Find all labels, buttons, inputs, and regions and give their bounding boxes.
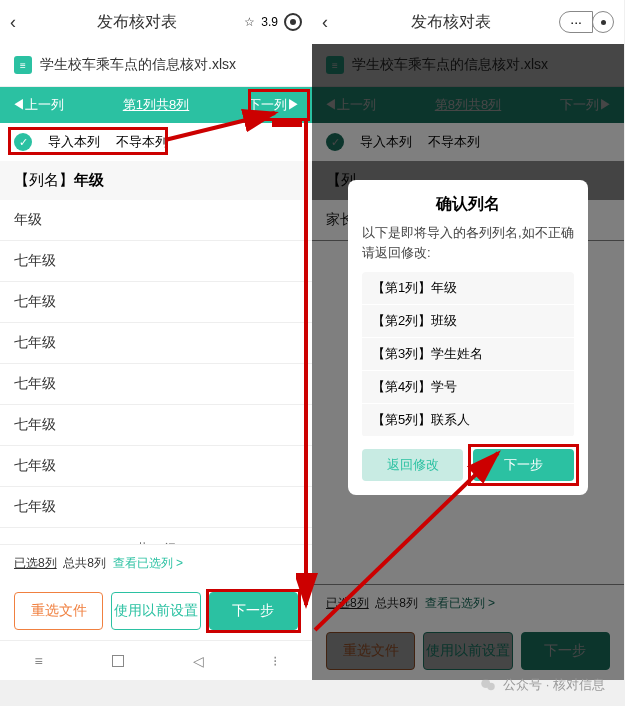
system-nav: ≡ ◁ ⁝ <box>0 640 312 680</box>
dialog-list-item: 【第2列】班级 <box>362 305 574 338</box>
prev-column-button[interactable]: ◀上一列 <box>312 87 388 123</box>
more-icon[interactable]: ⁝ <box>273 653 277 669</box>
file-name: 学生校车乘车点的信息核对.xlsx <box>40 56 236 74</box>
bottom-buttons: 重选文件 使用以前设置 下一步 <box>0 582 312 640</box>
import-yes-option[interactable]: 导入本列 <box>360 133 412 151</box>
list-item[interactable]: 七年级 <box>0 323 312 364</box>
column-indicator[interactable]: 第8列共8列 <box>388 96 548 114</box>
page-title: 发布核对表 <box>30 12 244 33</box>
check-icon: ✓ <box>326 133 344 151</box>
watermark: 公众号 · 核对信息 <box>479 676 605 694</box>
next-step-button[interactable]: 下一步 <box>521 632 610 670</box>
menu-icon[interactable]: ≡ <box>35 653 43 669</box>
prev-column-button[interactable]: ◀上一列 <box>0 87 76 123</box>
file-bar: ≡ 学生校车乘车点的信息核对.xlsx <box>0 44 312 87</box>
close-button[interactable] <box>592 11 614 33</box>
next-column-button[interactable]: 下一列▶ <box>236 87 312 123</box>
list-item[interactable]: 七年级 <box>0 446 312 487</box>
check-icon: ✓ <box>14 133 32 151</box>
import-no-option[interactable]: 不导本列 <box>428 133 480 151</box>
page-title: 发布核对表 <box>342 12 559 33</box>
dialog-ok-button[interactable]: 下一步 <box>473 449 574 481</box>
back-icon[interactable]: ‹ <box>322 12 342 33</box>
bottom-buttons: 重选文件 使用以前设置 下一步 <box>312 622 624 680</box>
column-nav: ◀上一列 第8列共8列 下一列▶ <box>312 87 624 123</box>
home-icon[interactable] <box>112 655 124 667</box>
column-name: 年级 <box>74 171 104 188</box>
back-icon[interactable]: ‹ <box>10 12 30 33</box>
view-selected-link[interactable]: 查看已选列 > <box>113 556 183 570</box>
dialog-title: 确认列名 <box>362 194 574 215</box>
file-name: 学生校车乘车点的信息核对.xlsx <box>352 56 548 74</box>
dialog-list-item: 【第3列】学生姓名 <box>362 338 574 371</box>
use-prev-settings-button[interactable]: 使用以前设置 <box>423 632 512 670</box>
column-nav: ◀上一列 第1列共8列 下一列▶ <box>0 87 312 123</box>
dialog-cancel-button[interactable]: 返回修改 <box>362 449 463 481</box>
list-item[interactable]: 七年级 <box>0 405 312 446</box>
list-item[interactable]: 七年级 <box>0 364 312 405</box>
column-indicator[interactable]: 第1列共8列 <box>76 96 236 114</box>
dialog-description: 以下是即将导入的各列列名,如不正确请返回修改: <box>362 223 574 262</box>
selection-info: 已选8列 总共8列 查看已选列 > <box>312 584 624 622</box>
import-options: ✓ 导入本列 不导本列 <box>312 123 624 161</box>
xlsx-icon: ≡ <box>14 56 32 74</box>
confirm-dialog: 确认列名 以下是即将导入的各列列名,如不正确请返回修改: 【第1列】年级 【第2… <box>348 180 588 495</box>
list-item[interactable]: 七年级 <box>0 241 312 282</box>
import-no-option[interactable]: 不导本列 <box>116 133 168 151</box>
rating-value: 3.9 <box>261 15 278 29</box>
next-column-button[interactable]: 下一列▶ <box>548 87 624 123</box>
total-rows: 共20行 <box>0 528 312 544</box>
list-item[interactable]: 七年级 <box>0 487 312 528</box>
import-yes-option[interactable]: 导入本列 <box>48 133 100 151</box>
list-item[interactable]: 年级 <box>0 200 312 241</box>
selection-info: 已选8列 总共8列 查看已选列 > <box>0 544 312 582</box>
column-title-row[interactable]: 【列名】年级 <box>0 161 312 200</box>
file-bar: ≡ 学生校车乘车点的信息核对.xlsx <box>312 44 624 87</box>
phone-right-screen: ‹ 发布核对表 ··· ≡ 学生校车乘车点的信息核对.xlsx ◀上一列 第8列… <box>312 0 624 680</box>
phone-left-screen: ‹ 发布核对表 ☆ 3.9 ≡ 学生校车乘车点的信息核对.xlsx ◀上一列 第… <box>0 0 312 680</box>
dialog-list-item: 【第4列】学号 <box>362 371 574 404</box>
data-list: 年级 七年级 七年级 七年级 七年级 七年级 七年级 七年级 共20行 *点数据… <box>0 200 312 544</box>
svg-point-7 <box>487 683 495 691</box>
target-icon[interactable] <box>284 13 302 31</box>
dialog-column-list: 【第1列】年级 【第2列】班级 【第3列】学生姓名 【第4列】学号 【第5列】联… <box>362 272 574 437</box>
import-options: ✓ 导入本列 不导本列 <box>0 123 312 161</box>
star-icon: ☆ <box>244 15 255 29</box>
back-nav-icon[interactable]: ◁ <box>193 653 204 669</box>
list-item[interactable]: 七年级 <box>0 282 312 323</box>
xlsx-icon: ≡ <box>326 56 344 74</box>
more-menu-button[interactable]: ··· <box>559 11 593 33</box>
dialog-buttons: 返回修改 下一步 <box>362 449 574 481</box>
view-selected-link[interactable]: 查看已选列 > <box>425 596 495 610</box>
reselect-file-button[interactable]: 重选文件 <box>326 632 415 670</box>
next-step-button[interactable]: 下一步 <box>209 592 298 630</box>
reselect-file-button[interactable]: 重选文件 <box>14 592 103 630</box>
wechat-icon <box>479 676 497 694</box>
header: ‹ 发布核对表 ☆ 3.9 <box>0 0 312 44</box>
dialog-list-item: 【第1列】年级 <box>362 272 574 305</box>
use-prev-settings-button[interactable]: 使用以前设置 <box>111 592 200 630</box>
header: ‹ 发布核对表 ··· <box>312 0 624 44</box>
dialog-list-item: 【第5列】联系人 <box>362 404 574 437</box>
